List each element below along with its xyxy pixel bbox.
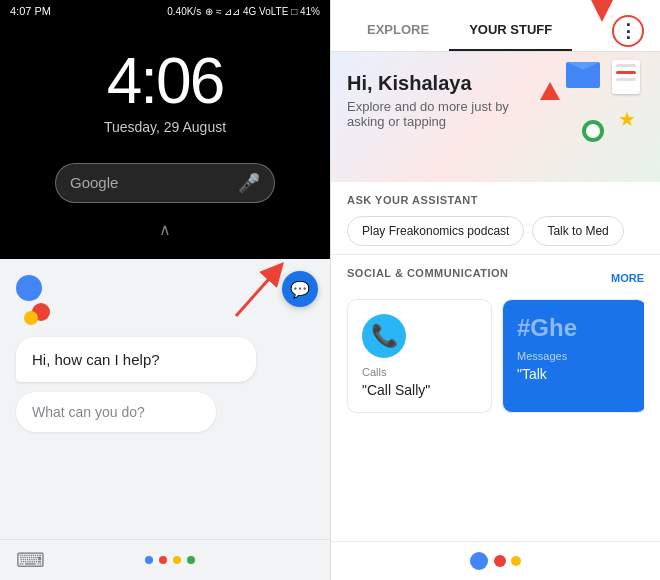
tab-explore[interactable]: EXPLORE [347,10,449,51]
suggestion-chips: Play Freakonomics podcast Talk to Med [347,216,644,246]
calls-icon-circle: 📞 [362,314,406,358]
paper-line-2 [616,71,636,74]
assistant-bottom-bar: ⌨ [0,539,330,580]
paper-line-1 [616,64,636,67]
assistant-logo [16,275,66,325]
bottom-dots [145,556,195,564]
dot-red [159,556,167,564]
chat-icon: 💬 [290,280,310,299]
lock-time: 4:06 [107,49,224,113]
dot-green [187,556,195,564]
tab-your-stuff[interactable]: YOUR STUFF [449,10,572,51]
calls-text: "Call Sally" [362,382,477,398]
more-icon: ⋮ [619,20,637,42]
chevron-up-icon: ∧ [159,220,171,239]
paper-shape [612,60,640,94]
star-shape: ★ [618,107,636,131]
right-content: Hi, Kishalaya Explore and do more just b… [331,52,660,541]
hero-banner: Hi, Kishalaya Explore and do more just b… [331,52,660,182]
svg-line-0 [236,271,276,316]
phone-icon: 📞 [371,323,398,349]
ask-section: ASK YOUR ASSISTANT Play Freakonomics pod… [331,182,660,255]
social-section: SOCIAL & COMMUNICATION MORE 📞 Calls "Cal… [331,255,660,421]
keyboard-icon[interactable]: ⌨ [16,548,45,572]
network-speed: 0.40K/s [167,6,201,17]
messages-card[interactable]: #Ghe Messages "Talk [502,299,644,413]
right-bottom-bar [331,541,660,580]
signal-icons: ⊕ ≈ ⊿⊿ 4G VoLTE □ 41% [205,6,320,17]
left-panel: 4:07 PM 0.40K/s ⊕ ≈ ⊿⊿ 4G VoLTE □ 41% 4:… [0,0,330,580]
circle-green-shape [582,120,604,142]
microphone-icon[interactable]: 🎤 [238,172,260,194]
lock-screen: 4:06 Tuesday, 29 August Google 🎤 ∧ [0,22,330,259]
paper-line-3 [616,78,636,81]
right-dot-blue [470,552,488,570]
google-search-bar[interactable]: Google 🎤 [55,163,275,203]
google-search-label: Google [70,174,118,191]
cards-row: 📞 Calls "Call Sally" #Ghe Messages "Talk [347,299,644,413]
red-arrow-left [226,261,286,321]
logo-dot-blue [16,275,42,301]
tabs: EXPLORE YOUR STUFF [347,10,572,51]
chip-talk-to-med[interactable]: Talk to Med [532,216,623,246]
social-header: SOCIAL & COMMUNICATION MORE [347,267,644,289]
dot-blue [145,556,153,564]
hero-decorations: ★ [500,52,660,182]
calls-card[interactable]: 📞 Calls "Call Sally" [347,299,492,413]
status-bar: 4:07 PM 0.40K/s ⊕ ≈ ⊿⊿ 4G VoLTE □ 41% [0,0,330,22]
assistant-logo-right [470,552,521,570]
social-more-link[interactable]: MORE [611,272,644,284]
hash-symbol: #Ghe [517,314,632,342]
right-panel: EXPLORE YOUR STUFF ⋮ Hi, Kishalaya Explo… [330,0,660,580]
more-menu-button[interactable]: ⋮ [612,15,644,47]
assistant-section: 💬 Hi, how can I help? What can you do? [0,259,330,539]
red-arrow-right [572,0,632,15]
status-indicators: 0.40K/s ⊕ ≈ ⊿⊿ 4G VoLTE □ 41% [167,6,320,17]
assistant-input-bubble[interactable]: What can you do? [16,392,216,432]
logo-dot-yellow [24,311,38,325]
triangle-shape [540,82,560,100]
ask-section-title: ASK YOUR ASSISTANT [347,194,644,206]
envelope-shape [566,62,600,88]
calls-label: Calls [362,366,477,378]
chip-podcast[interactable]: Play Freakonomics podcast [347,216,524,246]
right-dot-yellow [511,556,521,566]
circle-inner [586,124,600,138]
social-section-title: SOCIAL & COMMUNICATION [347,267,509,279]
dot-yellow [173,556,181,564]
right-header: EXPLORE YOUR STUFF ⋮ [331,0,660,52]
messages-text: "Talk [517,366,632,382]
assistant-message-bubble: Hi, how can I help? [16,337,256,382]
swipe-up-area: ∧ [159,220,171,239]
lock-date: Tuesday, 29 August [104,119,226,135]
messages-label: Messages [517,350,632,362]
assistant-input-text: What can you do? [32,404,145,420]
chat-icon-button[interactable]: 💬 [282,271,318,307]
status-time: 4:07 PM [10,5,51,17]
assistant-message-text: Hi, how can I help? [32,351,160,368]
right-dot-red [494,555,506,567]
